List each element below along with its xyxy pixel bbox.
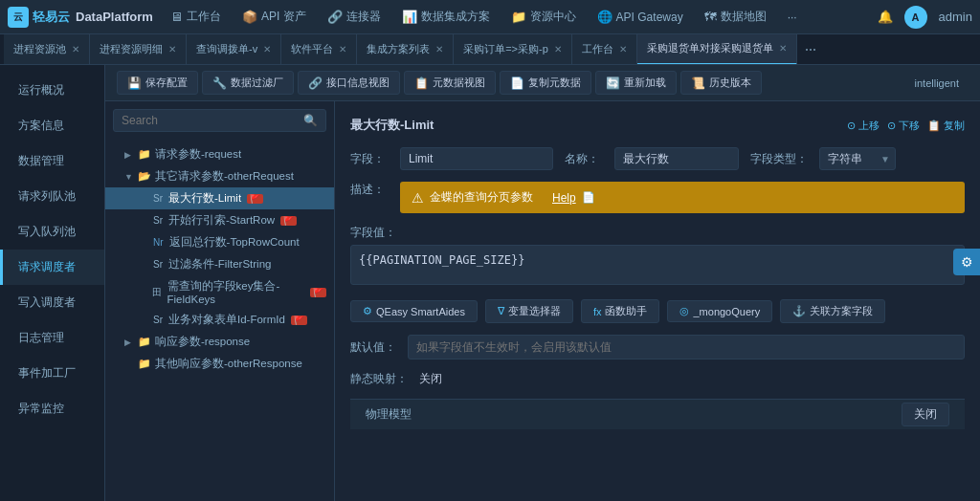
- data-filter-btn[interactable]: 🔧 数据过滤厂: [202, 71, 294, 95]
- tab-close-3[interactable]: ✕: [263, 44, 271, 54]
- nav-data-map[interactable]: 🗺 数据地图: [695, 5, 776, 29]
- mongo-query-btn[interactable]: ◎ _mongoQuery: [667, 300, 772, 322]
- two-panel: 🔍 ▶ 📁 请求参数-request ▼ 📂 其它请求参数-otherReque…: [105, 101, 980, 501]
- workbench-icon: 🖥: [170, 10, 183, 24]
- left-sidebar: 运行概况 方案信息 数据管理 请求列队池 写入队列池 请求调度者 写入调度者 日…: [0, 65, 105, 501]
- qeasy-label: QEasy SmartAides: [376, 306, 465, 317]
- sidebar-item-log-mgmt[interactable]: 日志管理: [0, 320, 104, 356]
- tree-node-response[interactable]: ▶ 📁 响应参数-response: [105, 331, 334, 353]
- copy-action[interactable]: 📋 复制: [927, 119, 965, 133]
- nav-connector[interactable]: 🔗 连接器: [318, 5, 390, 29]
- warning-icon: ⚠: [412, 190, 424, 206]
- main-layout: 运行概况 方案信息 数据管理 请求列队池 写入队列池 请求调度者 写入调度者 日…: [0, 65, 980, 501]
- sidebar-item-event-factory[interactable]: 事件加工厂: [0, 356, 104, 391]
- tree-node-label-1: 请求参数-request: [155, 147, 241, 162]
- sidebar-item-writer[interactable]: 写入调度者: [0, 285, 104, 320]
- sidebar-item-write-pool[interactable]: 写入队列池: [0, 214, 104, 250]
- tree-node-request-param[interactable]: ▶ 📁 请求参数-request: [105, 143, 334, 165]
- type-select[interactable]: 字符串 整数 布尔值: [819, 147, 896, 170]
- tab-close-8[interactable]: ✕: [779, 43, 787, 54]
- intelligent-tab[interactable]: intelligent: [905, 74, 969, 93]
- search-input[interactable]: [122, 114, 298, 127]
- tab-close-1[interactable]: ✕: [72, 44, 79, 54]
- tree-node-form-id[interactable]: Sr 业务对象表单Id-FormId 🚩: [105, 309, 334, 331]
- help-link[interactable]: Help: [552, 191, 576, 205]
- folder-icon-2: 📂: [138, 170, 151, 183]
- tab-close-6[interactable]: ✕: [554, 44, 562, 54]
- qeasy-aide-btn[interactable]: ⚙ QEasy SmartAides: [350, 300, 478, 322]
- copy-meta-btn[interactable]: 📄 复制元数据: [500, 71, 591, 95]
- settings-side-btn[interactable]: ⚙: [953, 249, 980, 275]
- value-textarea[interactable]: {{PAGINATION_PAGE_SIZE}}: [350, 245, 965, 285]
- tab-integration-list[interactable]: 集成方案列表 ✕: [357, 34, 454, 65]
- tree-node-field-keys[interactable]: 田 需查询的字段key集合-FieldKeys 🚩: [105, 275, 334, 309]
- tab-workbench[interactable]: 工作台 ✕: [572, 34, 637, 65]
- tree-node-top-row[interactable]: Nr 返回总行数-TopRowCount: [105, 231, 334, 253]
- tab-close-4[interactable]: ✕: [339, 44, 346, 54]
- tree-node-start-row[interactable]: Sr 开始行引索-StartRow 🚩: [105, 209, 334, 231]
- param-prefix-3: Nr: [153, 237, 164, 248]
- nav-more[interactable]: ···: [778, 7, 807, 28]
- save-config-btn[interactable]: 💾 保存配置: [117, 71, 198, 95]
- tab-process-pool[interactable]: 进程资源池 ✕: [4, 34, 90, 65]
- var-icon: ∇: [498, 305, 504, 317]
- sidebar-item-solution[interactable]: 方案信息: [0, 108, 104, 143]
- sidebar-item-overview[interactable]: 运行概况: [0, 73, 104, 108]
- related-field-btn[interactable]: ⚓ 关联方案字段: [780, 299, 885, 323]
- platform-name: DataPlatform: [76, 10, 153, 24]
- nav-integration[interactable]: 📊 数据集成方案: [392, 5, 500, 29]
- interface-view-btn[interactable]: 🔗 接口信息视图: [298, 71, 400, 95]
- reload-btn[interactable]: 🔄 重新加载: [595, 71, 677, 95]
- bottom-close-btn[interactable]: 关闭: [902, 403, 949, 426]
- mongo-icon: ◎: [679, 305, 689, 317]
- field-input[interactable]: [400, 147, 553, 170]
- meta-view-label: 元数据视图: [433, 76, 485, 90]
- tab-close-5[interactable]: ✕: [435, 44, 443, 54]
- nav-api-assets-label: API 资产: [261, 9, 306, 25]
- tab-purchase-order[interactable]: 采购订单=>采购-p ✕: [454, 34, 572, 65]
- nav-workbench[interactable]: 🖥 工作台: [161, 5, 231, 29]
- tree-node-label-10: 其他响应参数-otherResponse: [155, 357, 302, 371]
- nav-resource[interactable]: 📁 资源中心: [501, 5, 586, 29]
- tree-node-label-5: 返回总行数-TopRowCount: [169, 235, 300, 250]
- sidebar-item-exception[interactable]: 异常监控: [0, 391, 104, 426]
- tool-buttons-row: ⚙ QEasy SmartAides ∇ 变量选择器 fx 函数助手 ◎ _mo…: [350, 299, 965, 323]
- tree-node-max-rows[interactable]: Sr 最大行数-Limit 🚩: [105, 187, 334, 209]
- expand-arrow-1: ▶: [124, 150, 134, 160]
- notification-icon[interactable]: 🔔: [878, 10, 893, 24]
- avatar[interactable]: A: [904, 6, 927, 29]
- tab-close-2[interactable]: ✕: [168, 44, 176, 54]
- filter-icon: 🔧: [212, 76, 227, 90]
- sidebar-item-requester[interactable]: 请求调度者: [0, 250, 104, 285]
- meta-view-btn[interactable]: 📋 元数据视图: [404, 71, 496, 95]
- default-input[interactable]: [408, 335, 965, 359]
- search-box[interactable]: 🔍: [113, 109, 326, 132]
- expand-arrow-2: ▼: [124, 172, 134, 182]
- name-input[interactable]: [614, 147, 739, 170]
- func-helper-btn[interactable]: fx 函数助手: [581, 299, 660, 323]
- desc-content: 金蝶的查询分页参数: [430, 189, 533, 206]
- tree-node-label-4: 开始行引索-StartRow: [168, 213, 275, 228]
- static-label: 静态映射：: [350, 371, 408, 387]
- move-up-action[interactable]: ⊙ 上移: [847, 119, 880, 133]
- tab-process-detail[interactable]: 进程资源明细 ✕: [90, 34, 187, 65]
- sidebar-item-data-mgmt[interactable]: 数据管理: [0, 143, 104, 179]
- move-down-action[interactable]: ⊙ 下移: [887, 119, 920, 133]
- nav-api-assets[interactable]: 📦 API 资产: [233, 5, 316, 29]
- sidebar-item-request-pool[interactable]: 请求列队池: [0, 179, 104, 214]
- tab-more-btn[interactable]: ⋯: [797, 43, 824, 56]
- nav-api-gateway[interactable]: 🌐 API Gateway: [588, 6, 693, 28]
- tree-node-other-response[interactable]: 📁 其他响应参数-otherResponse: [105, 353, 334, 375]
- tree-node-other-request[interactable]: ▼ 📂 其它请求参数-otherRequest: [105, 165, 334, 187]
- history-btn[interactable]: 📜 历史版本: [680, 71, 762, 95]
- var-select-btn[interactable]: ∇ 变量选择器: [485, 299, 573, 323]
- tab-query-alloc[interactable]: 查询调拨单-v ✕: [187, 34, 281, 65]
- tab-close-7[interactable]: ✕: [619, 44, 627, 54]
- tab-purchase-return[interactable]: 采购退货单对接采购退货单 ✕: [637, 34, 797, 65]
- tree-node-filter-string[interactable]: Sr 过滤条件-FilterString: [105, 253, 334, 275]
- var-label: 变量选择器: [508, 304, 561, 318]
- app-logo[interactable]: 云 轻易云 DataPlatform: [8, 7, 153, 28]
- tab-software[interactable]: 软件平台 ✕: [281, 34, 357, 65]
- folder-icon-3: 📁: [138, 336, 151, 348]
- param-prefix-1: Sr: [153, 193, 163, 204]
